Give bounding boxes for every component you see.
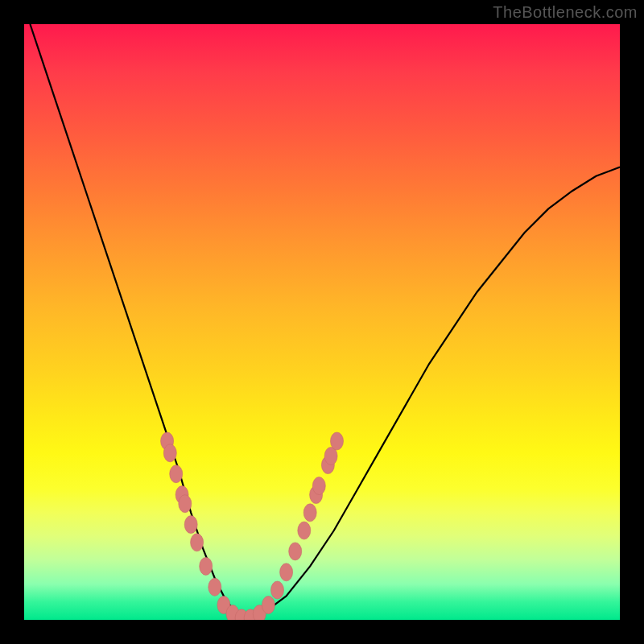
highlight-point <box>312 477 325 495</box>
bottleneck-curve <box>30 24 620 620</box>
highlight-point <box>184 516 197 534</box>
highlight-point <box>298 522 311 539</box>
chart-frame: TheBottleneck.com <box>0 0 644 644</box>
highlight-point <box>170 465 183 483</box>
highlight-point <box>208 578 221 596</box>
highlight-point <box>271 581 284 599</box>
highlight-point <box>191 534 204 551</box>
highlight-point <box>200 557 213 575</box>
highlight-point <box>331 432 344 450</box>
chart-svg <box>24 24 620 620</box>
highlight-point <box>262 597 275 614</box>
highlight-point <box>179 495 192 513</box>
highlight-point <box>303 504 316 522</box>
highlight-point <box>280 564 293 581</box>
chart-plot-area <box>24 24 620 620</box>
watermark-text: TheBottleneck.com <box>493 3 638 22</box>
highlight-point <box>289 543 302 560</box>
highlight-points <box>161 432 344 620</box>
highlight-point <box>163 444 176 462</box>
